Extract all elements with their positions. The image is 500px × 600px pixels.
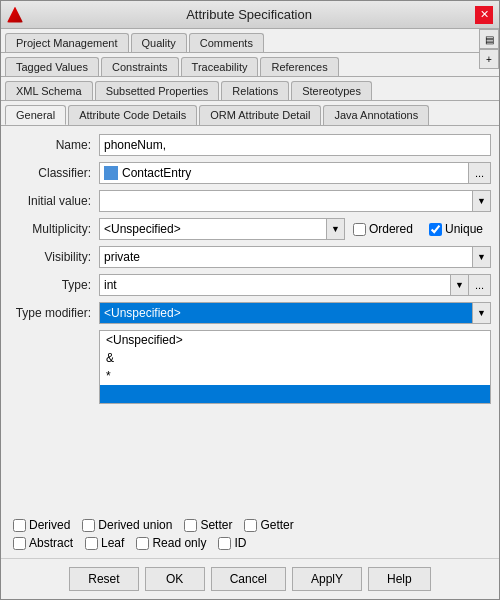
tab-row-1: Project Management Quality Comments: [1, 29, 499, 53]
type-value[interactable]: int: [99, 274, 451, 296]
getter-checkbox[interactable]: [244, 519, 257, 532]
derived-checkbox-label[interactable]: Derived: [13, 518, 70, 532]
tab-project-management[interactable]: Project Management: [5, 33, 129, 52]
help-button[interactable]: Help: [368, 567, 431, 591]
initial-value-chevron[interactable]: ▼: [473, 190, 491, 212]
multiplicity-select-wrap: <Unspecified> ▼: [99, 218, 345, 240]
setter-label: Setter: [200, 518, 232, 532]
classifier-icon: [104, 166, 118, 180]
reset-button[interactable]: Reset: [69, 567, 138, 591]
cancel-button[interactable]: Cancel: [211, 567, 286, 591]
tab-xml-schema[interactable]: XML Schema: [5, 81, 93, 100]
tab-subsetted-properties[interactable]: Subsetted Properties: [95, 81, 220, 100]
setter-checkbox-label[interactable]: Setter: [184, 518, 232, 532]
classifier-field: ContactEntry ...: [99, 162, 491, 184]
abstract-label: Abstract: [29, 536, 73, 550]
unique-checkbox-label[interactable]: Unique: [429, 222, 483, 236]
multiplicity-label: Multiplicity:: [9, 222, 99, 236]
classifier-label: Classifier:: [9, 166, 99, 180]
side-icon-bottom[interactable]: +: [479, 49, 499, 69]
leaf-label: Leaf: [101, 536, 124, 550]
read-only-checkbox[interactable]: [136, 537, 149, 550]
type-ellipsis-button[interactable]: ...: [469, 274, 491, 296]
derived-union-checkbox-label[interactable]: Derived union: [82, 518, 172, 532]
tab-constraints[interactable]: Constraints: [101, 57, 179, 76]
cursor-area: [106, 387, 223, 401]
classifier-ellipsis-button[interactable]: ...: [469, 162, 491, 184]
leaf-checkbox-label[interactable]: Leaf: [85, 536, 124, 550]
getter-label: Getter: [260, 518, 293, 532]
ordered-checkbox-label[interactable]: Ordered: [353, 222, 413, 236]
visibility-value[interactable]: private: [99, 246, 473, 268]
name-label: Name:: [9, 138, 99, 152]
type-modifier-value[interactable]: <Unspecified>: [99, 302, 473, 324]
multiplicity-row: Multiplicity: <Unspecified> ▼ Ordered Un…: [9, 218, 491, 240]
derived-union-label: Derived union: [98, 518, 172, 532]
type-field: int ▼ ...: [99, 274, 491, 296]
classifier-value: ContactEntry: [122, 166, 191, 180]
tab-comments[interactable]: Comments: [189, 33, 264, 52]
multiplicity-chevron[interactable]: ▼: [327, 218, 345, 240]
ordered-checkbox[interactable]: [353, 223, 366, 236]
close-button[interactable]: ✕: [475, 6, 493, 24]
checkboxes-row-1: Derived Derived union Setter Getter: [13, 518, 491, 532]
unique-checkbox[interactable]: [429, 223, 442, 236]
dropdown-item-star[interactable]: *: [100, 367, 490, 385]
initial-value-input[interactable]: [99, 190, 473, 212]
tab-stereotypes[interactable]: Stereotypes: [291, 81, 372, 100]
id-checkbox[interactable]: [218, 537, 231, 550]
side-icons: ▤ +: [479, 29, 499, 69]
spacer: [9, 406, 491, 518]
derived-union-checkbox[interactable]: [82, 519, 95, 532]
visibility-label: Visibility:: [9, 250, 99, 264]
name-row: Name:: [9, 134, 491, 156]
leaf-checkbox[interactable]: [85, 537, 98, 550]
read-only-label: Read only: [152, 536, 206, 550]
ok-button[interactable]: OK: [145, 567, 205, 591]
type-modifier-chevron[interactable]: ▼: [473, 302, 491, 324]
side-icon-top[interactable]: ▤: [479, 29, 499, 49]
tab-tagged-values[interactable]: Tagged Values: [5, 57, 99, 76]
title-bar: Attribute Specification ✕: [1, 1, 499, 29]
visibility-row: Visibility: private ▼: [9, 246, 491, 268]
dropdown-item-unspecified[interactable]: <Unspecified>: [100, 331, 490, 349]
form-content: Name: Classifier: ContactEntry ... Initi…: [1, 126, 499, 558]
tabs-container: ▤ + Project Management Quality Comments …: [1, 29, 499, 126]
tab-relations[interactable]: Relations: [221, 81, 289, 100]
abstract-checkbox[interactable]: [13, 537, 26, 550]
visibility-chevron[interactable]: ▼: [473, 246, 491, 268]
multiplicity-value[interactable]: <Unspecified>: [99, 218, 327, 240]
dropdown-item-amp[interactable]: &: [100, 349, 490, 367]
derived-checkbox[interactable]: [13, 519, 26, 532]
tab-row-4: General Attribute Code Details ORM Attri…: [1, 101, 499, 126]
tab-references[interactable]: References: [260, 57, 338, 76]
abstract-checkbox-label[interactable]: Abstract: [13, 536, 73, 550]
classifier-row: Classifier: ContactEntry ...: [9, 162, 491, 184]
tab-general[interactable]: General: [5, 105, 66, 125]
type-modifier-row: Type modifier: <Unspecified> ▼: [9, 302, 491, 324]
unique-label: Unique: [445, 222, 483, 236]
type-modifier-dropdown: <Unspecified> & *: [99, 330, 491, 404]
dropdown-item-empty[interactable]: [100, 385, 490, 403]
tab-attribute-code-details[interactable]: Attribute Code Details: [68, 105, 197, 125]
initial-value-field: ▼: [99, 190, 491, 212]
setter-checkbox[interactable]: [184, 519, 197, 532]
tab-java-annotations[interactable]: Java Annotations: [323, 105, 429, 125]
checkboxes-row-2: Abstract Leaf Read only ID: [13, 536, 491, 550]
getter-checkbox-label[interactable]: Getter: [244, 518, 293, 532]
type-modifier-label: Type modifier:: [9, 306, 99, 320]
main-window: Attribute Specification ✕ ▤ + Project Ma…: [0, 0, 500, 600]
apply-button[interactable]: ApplY: [292, 567, 362, 591]
id-label: ID: [234, 536, 246, 550]
name-input[interactable]: [99, 134, 491, 156]
type-label: Type:: [9, 278, 99, 292]
tab-traceability[interactable]: Traceability: [181, 57, 259, 76]
tab-orm-attribute-detail[interactable]: ORM Attribute Detail: [199, 105, 321, 125]
derived-label: Derived: [29, 518, 70, 532]
type-chevron[interactable]: ▼: [451, 274, 469, 296]
initial-value-label: Initial value:: [9, 194, 99, 208]
id-checkbox-label[interactable]: ID: [218, 536, 246, 550]
read-only-checkbox-label[interactable]: Read only: [136, 536, 206, 550]
tab-quality[interactable]: Quality: [131, 33, 187, 52]
tab-row-2: Tagged Values Constraints Traceability R…: [1, 53, 499, 77]
